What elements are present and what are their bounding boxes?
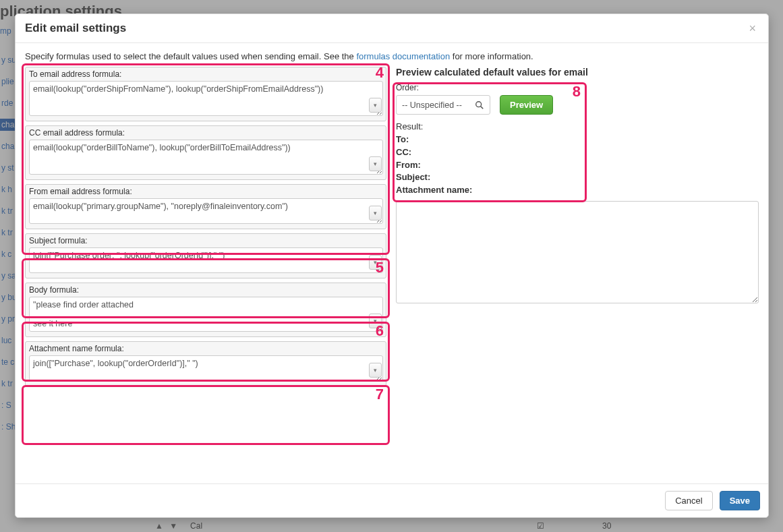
preview-button[interactable]: Preview xyxy=(500,95,553,115)
result-subject-label: Subject: xyxy=(396,172,430,182)
result-label: Result: xyxy=(396,121,759,134)
cc-email-label: CC email address formula: xyxy=(29,128,383,138)
formulas-column: To email address formula: ▾ CC email add… xyxy=(25,67,386,390)
to-email-label: To email address formula: xyxy=(29,69,383,79)
subject-input[interactable] xyxy=(29,247,383,273)
result-attachment-label: Attachment name: xyxy=(396,185,472,195)
subject-label: Subject formula: xyxy=(29,236,383,245)
close-icon[interactable]: × xyxy=(746,22,759,34)
dialog-title: Edit email settings xyxy=(25,22,126,35)
result-to-label: To: xyxy=(396,134,409,144)
result-from-label: From: xyxy=(396,160,421,170)
intro-prefix: Specify formulas used to select the defa… xyxy=(25,51,356,61)
dialog-body: Specify formulas used to select the defa… xyxy=(16,43,768,483)
result-cc-label: CC: xyxy=(396,147,411,157)
formulas-documentation-link[interactable]: formulas documentation xyxy=(356,51,450,61)
preview-body-textarea[interactable] xyxy=(396,201,759,303)
to-email-group: To email address formula: ▾ xyxy=(25,67,386,121)
order-lookup-value: -- Unspecified -- xyxy=(397,100,475,110)
to-email-dropdown-button[interactable]: ▾ xyxy=(369,98,382,113)
order-lookup-input[interactable]: -- Unspecified -- xyxy=(396,95,490,115)
preview-column: Preview calculated default values for em… xyxy=(396,67,759,390)
body-dropdown-button[interactable]: ▾ xyxy=(369,314,382,328)
cc-email-group: CC email address formula: ▾ xyxy=(25,125,386,180)
callout-box-7: 7 xyxy=(22,385,390,445)
order-label: Order: xyxy=(396,83,490,92)
subject-group: Subject formula: ▾ xyxy=(25,233,386,278)
body-label: Body formula: xyxy=(29,285,383,295)
from-email-label: From email address formula: xyxy=(29,187,383,196)
attachment-group: Attachment name formula: ▾ xyxy=(25,341,386,386)
preview-order-row: Order: -- Unspecified -- Preview xyxy=(396,83,759,115)
body-input[interactable] xyxy=(29,297,383,332)
from-email-dropdown-button[interactable]: ▾ xyxy=(369,206,382,220)
svg-line-1 xyxy=(481,106,484,109)
cancel-button[interactable]: Cancel xyxy=(665,491,712,510)
to-email-input[interactable] xyxy=(29,81,383,116)
search-icon xyxy=(475,100,484,110)
attachment-dropdown-button[interactable]: ▾ xyxy=(369,363,382,378)
body-group: Body formula: ▾ xyxy=(25,283,386,337)
intro-text: Specify formulas used to select the defa… xyxy=(25,51,759,61)
cc-email-dropdown-button[interactable]: ▾ xyxy=(369,156,382,171)
preview-results: Result: To: CC: From: Subject: Attachmen… xyxy=(396,121,759,197)
intro-suffix: for more information. xyxy=(450,51,533,61)
callout-number-7: 7 xyxy=(376,386,384,403)
edit-email-settings-dialog: Edit email settings × Specify formulas u… xyxy=(15,13,769,518)
dialog-header: Edit email settings × xyxy=(16,14,768,43)
dialog-footer: Cancel Save xyxy=(16,483,768,517)
cc-email-input[interactable] xyxy=(29,140,383,175)
attachment-label: Attachment name formula: xyxy=(29,344,383,353)
preview-title: Preview calculated default values for em… xyxy=(396,67,759,78)
save-button[interactable]: Save xyxy=(720,491,760,510)
svg-point-0 xyxy=(476,101,482,107)
subject-dropdown-button[interactable]: ▾ xyxy=(369,255,382,270)
from-email-group: From email address formula: ▾ xyxy=(25,184,386,229)
attachment-input[interactable] xyxy=(29,355,383,381)
from-email-input[interactable] xyxy=(29,198,383,224)
